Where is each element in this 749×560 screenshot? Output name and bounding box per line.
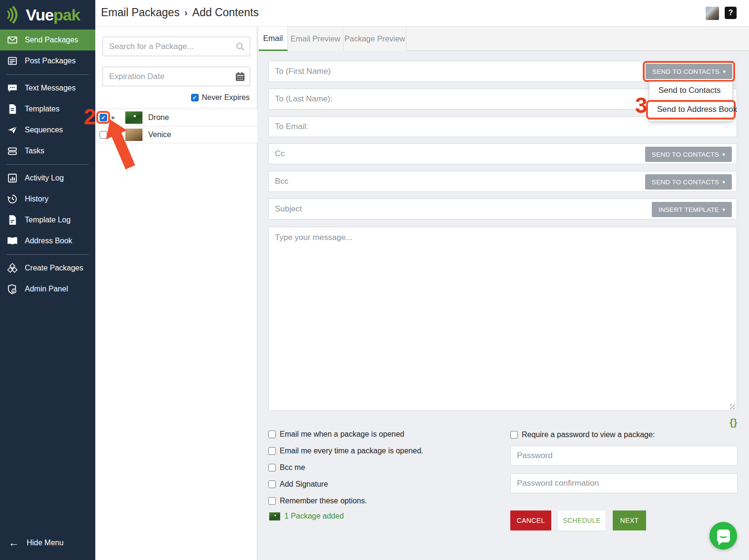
sidebar-item-label: Create Packages <box>25 264 83 272</box>
app-root: Vuepak Send Packages Post Packages Text … <box>0 0 749 560</box>
bcc-row: SEND TO CONTACTS▾ <box>268 171 737 192</box>
subject-row: INSERT TEMPLATE▾ <box>268 199 737 220</box>
password-confirmation-field <box>510 473 738 493</box>
user-avatar[interactable] <box>706 7 719 20</box>
sidebar: Vuepak Send Packages Post Packages Text … <box>0 0 95 560</box>
hide-menu-label: Hide Menu <box>27 539 63 547</box>
button-label: SEND TO CONTACTS <box>652 179 719 186</box>
paper-plane-icon <box>7 124 18 136</box>
hide-menu-button[interactable]: ← Hide Menu <box>0 532 95 553</box>
sidebar-item-tasks[interactable]: Tasks <box>0 140 95 161</box>
send-to-contacts-button[interactable]: SEND TO CONTACTS▾ <box>646 64 732 79</box>
require-password-checkbox[interactable] <box>510 431 518 439</box>
tab-email[interactable]: Email <box>259 27 288 51</box>
chat-launcher-button[interactable] <box>709 522 737 550</box>
bcc-send-to-contacts-button[interactable]: SEND TO CONTACTS▾ <box>645 174 732 190</box>
sidebar-item-sequences[interactable]: Sequences <box>0 120 95 140</box>
calendar-icon[interactable] <box>235 71 245 82</box>
never-expires-checkbox[interactable]: ✓ <box>191 94 199 101</box>
sidebar-item-post-packages[interactable]: Post Packages <box>0 50 95 71</box>
option-remember: Remember these options. <box>268 497 367 505</box>
insert-template-button[interactable]: INSERT TEMPLATE▾ <box>652 202 732 217</box>
bar-chart-icon <box>7 172 18 184</box>
tab-package-preview[interactable]: Package Preview <box>344 27 406 51</box>
annotation-rect-address-book: Send to Address Book <box>646 100 736 120</box>
tab-bar: Email Email Preview Package Preview <box>258 27 749 51</box>
caret-down-icon: ▾ <box>723 69 726 75</box>
package-list: ✓ ▶ Drone Venice <box>95 109 257 143</box>
package-row-venice[interactable]: Venice <box>95 126 257 143</box>
caret-down-icon: ▾ <box>722 207 725 213</box>
document-icon <box>7 214 18 226</box>
email-every-checkbox[interactable] <box>268 447 276 455</box>
option-require-password: Require a password to view a package: <box>510 430 655 439</box>
chat-bubble-icon <box>7 82 18 94</box>
sidebar-item-template-log[interactable]: Template Log <box>0 210 95 230</box>
dropdown-item-send-to-contacts[interactable]: Send to Contacts <box>649 82 732 99</box>
tab-email-preview[interactable]: Email Preview <box>288 27 344 51</box>
option-label: Add Signature <box>280 480 328 489</box>
sidebar-item-history[interactable]: History <box>0 189 95 210</box>
search-icon <box>235 42 245 51</box>
password-confirmation-input[interactable] <box>511 474 737 493</box>
message-textarea[interactable] <box>268 227 737 411</box>
never-expires-option: ✓ Never Expires <box>191 93 250 102</box>
sidebar-item-admin-panel[interactable]: Admin Panel <box>0 279 95 300</box>
status-badge: 1 Package added <box>284 512 344 520</box>
merge-tags-button[interactable]: {} <box>729 417 737 428</box>
package-panel: ✓ Never Expires ✓ ▶ Drone Venice <box>95 27 257 560</box>
caret-down-icon: ▾ <box>722 179 725 185</box>
package-drone-checkbox[interactable]: ✓ <box>100 114 107 121</box>
remember-options-checkbox[interactable] <box>268 497 276 505</box>
package-added-status[interactable]: 1 Package added <box>269 512 344 520</box>
expand-caret-icon[interactable]: ▶ <box>107 115 120 120</box>
sidebar-divider <box>7 74 89 75</box>
sidebar-item-label: Admin Panel <box>25 285 68 293</box>
package-search-input[interactable] <box>103 37 250 56</box>
sidebar-item-address-book[interactable]: Address Book <box>0 230 95 251</box>
chat-smile-icon <box>719 534 727 538</box>
sidebar-divider <box>7 254 89 255</box>
password-input[interactable] <box>511 446 737 465</box>
cancel-button[interactable]: CANCEL <box>510 510 551 530</box>
brand-logo[interactable]: Vuepak <box>0 0 95 30</box>
expiration-date-input[interactable] <box>103 67 250 86</box>
sidebar-item-label: Post Packages <box>25 57 76 65</box>
package-search <box>102 37 250 56</box>
sidebar-item-label: Address Book <box>25 237 72 245</box>
package-thumbnail-venice <box>125 129 142 141</box>
sidebar-item-text-messages[interactable]: Text Messages <box>0 78 95 99</box>
annotation-rect-send-to-contacts: SEND TO CONTACTS▾ <box>643 61 735 82</box>
package-added-thumbnail <box>269 512 280 520</box>
envelope-icon <box>7 34 18 46</box>
email-once-checkbox[interactable] <box>268 430 276 438</box>
sidebar-item-send-packages[interactable]: Send Packages <box>0 30 95 50</box>
sidebar-divider <box>7 164 89 165</box>
check-icon: ✓ <box>192 95 197 100</box>
option-label: Email me when a package is opened <box>280 430 405 439</box>
sidebar-item-create-packages[interactable]: Create Packages <box>0 258 95 279</box>
logo-text-pak: pak <box>53 6 80 24</box>
sidebar-item-label: Send Packages <box>25 36 78 44</box>
package-venice-checkbox[interactable] <box>100 131 107 139</box>
add-signature-checkbox[interactable] <box>268 480 276 488</box>
option-label: Bcc me <box>280 463 305 472</box>
cubes-icon <box>7 262 18 274</box>
post-icon <box>7 55 18 67</box>
address-book-icon <box>7 235 18 247</box>
bcc-me-checkbox[interactable] <box>268 464 276 471</box>
breadcrumb-root[interactable]: Email Packages <box>101 6 180 19</box>
dropdown-item-send-to-address-book[interactable]: Send to Address Book <box>654 102 731 117</box>
send-to-dropdown: Send to Contacts Send to Address Book <box>649 81 733 121</box>
sidebar-item-templates[interactable]: Templates <box>0 99 95 120</box>
sidebar-item-activity-log[interactable]: Activity Log <box>0 168 95 189</box>
option-label: Remember these options. <box>280 497 367 505</box>
sidebar-item-label: Activity Log <box>25 174 64 182</box>
logo-swoosh-icon <box>7 5 23 24</box>
history-clock-icon <box>7 193 18 205</box>
schedule-button[interactable]: SCHEDULE <box>558 510 606 530</box>
help-button[interactable]: ? <box>725 7 737 19</box>
package-row-drone[interactable]: ✓ ▶ Drone <box>95 109 257 126</box>
next-button[interactable]: NEXT <box>613 510 646 530</box>
cc-send-to-contacts-button[interactable]: SEND TO CONTACTS▾ <box>645 147 732 162</box>
